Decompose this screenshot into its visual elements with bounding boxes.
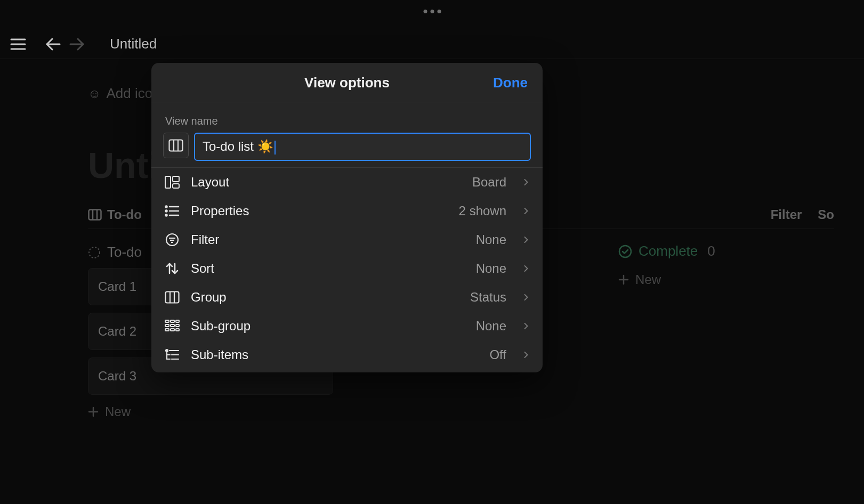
option-layout[interactable]: Layout Board (151, 168, 543, 197)
chevron-right-icon (522, 236, 530, 243)
option-value: Off (489, 347, 506, 362)
svg-point-8 (89, 247, 100, 258)
option-label: Sort (191, 261, 214, 276)
option-label: Layout (191, 175, 229, 190)
circle-dashed-icon (88, 246, 101, 259)
nav-back-button[interactable] (42, 32, 65, 56)
svg-rect-38 (165, 324, 169, 327)
chevron-right-icon (522, 265, 530, 272)
svg-rect-17 (165, 176, 171, 188)
option-value: Status (470, 290, 506, 305)
column-count: 0 (707, 243, 715, 259)
card-title: Card 3 (98, 369, 136, 383)
window-drag-handle[interactable] (423, 10, 441, 13)
svg-rect-43 (176, 329, 179, 331)
subitems-icon (164, 347, 180, 363)
plus-icon (88, 407, 99, 417)
card-title: Card 2 (98, 324, 136, 338)
svg-rect-39 (171, 324, 174, 327)
breadcrumb-title[interactable]: Untitled (110, 36, 157, 52)
filter-icon (164, 232, 180, 248)
tab-todo[interactable]: To-do (88, 207, 142, 222)
option-subitems[interactable]: Sub-items Off (151, 340, 543, 369)
svg-rect-18 (173, 176, 179, 182)
svg-rect-42 (171, 329, 174, 331)
nav-forward-button[interactable] (65, 32, 88, 56)
option-value: None (476, 232, 506, 247)
add-card-button-complete[interactable]: New (618, 272, 715, 287)
svg-point-24 (166, 214, 167, 216)
option-properties[interactable]: Properties 2 shown (151, 197, 543, 225)
smiley-icon: ☺ (88, 86, 101, 101)
list-icon (164, 203, 180, 219)
hamburger-icon (10, 38, 26, 50)
svg-point-20 (166, 206, 167, 207)
chevron-right-icon (522, 294, 530, 301)
text-caret (274, 141, 276, 155)
group-icon (164, 289, 180, 305)
column-header-complete[interactable]: Complete 0 (618, 243, 715, 259)
toolbar-sort[interactable]: So (818, 207, 834, 222)
svg-rect-36 (171, 320, 174, 322)
subgroup-icon (164, 318, 180, 334)
add-card-label: New (635, 272, 661, 287)
options-list: Layout Board Properties 2 shown Filter N… (151, 167, 543, 369)
option-group[interactable]: Group Status (151, 283, 543, 312)
option-label: Sub-items (191, 347, 248, 362)
card-title: Card 1 (98, 279, 136, 294)
toolbar-filter[interactable]: Filter (771, 207, 802, 222)
svg-point-11 (619, 246, 631, 257)
add-card-button[interactable]: New (88, 404, 864, 419)
menu-button[interactable] (6, 32, 30, 56)
option-value: None (476, 319, 506, 334)
option-label: Sub-group (191, 319, 251, 334)
sort-icon (164, 261, 180, 277)
svg-rect-35 (165, 320, 169, 322)
option-filter[interactable]: Filter None (151, 225, 543, 254)
chevron-right-icon (522, 351, 530, 359)
column-label: To-do (107, 244, 142, 261)
add-icon-label: Add ico (107, 85, 153, 102)
view-name-value: To-do list ☀️ (203, 139, 273, 153)
add-card-label: New (105, 404, 131, 419)
svg-rect-41 (165, 329, 169, 331)
modal-header: View options Done (151, 63, 543, 102)
layout-icon (164, 174, 180, 190)
option-label: Properties (191, 204, 249, 218)
option-sort[interactable]: Sort None (151, 254, 543, 283)
view-name-label: View name (165, 115, 529, 127)
option-value: 2 shown (459, 204, 506, 218)
arrow-right-icon (69, 37, 85, 51)
svg-rect-14 (169, 140, 183, 151)
svg-rect-32 (166, 291, 179, 303)
board-icon (88, 209, 102, 221)
column-complete: Complete 0 New (618, 243, 715, 287)
chevron-right-icon (522, 178, 530, 186)
view-options-modal: View options Done View name To-do list ☀… (151, 63, 543, 372)
chevron-right-icon (522, 207, 530, 215)
option-label: Group (191, 290, 227, 305)
svg-rect-40 (176, 324, 179, 327)
option-value: None (476, 261, 506, 276)
column-label: Complete (639, 243, 698, 259)
modal-title: View options (166, 75, 528, 91)
svg-rect-5 (89, 210, 101, 220)
option-subgroup[interactable]: Sub-group None (151, 312, 543, 340)
tab-label: To-do (107, 207, 142, 222)
done-button[interactable]: Done (493, 75, 528, 91)
arrow-left-icon (45, 37, 61, 51)
svg-point-22 (166, 210, 167, 212)
top-bar: Untitled (0, 29, 864, 59)
view-icon-picker[interactable] (163, 133, 189, 158)
option-label: Filter (191, 232, 219, 247)
check-circle-icon (618, 245, 632, 258)
board-icon (168, 139, 183, 152)
plus-icon (618, 274, 629, 285)
option-value: Board (472, 175, 506, 190)
chevron-right-icon (522, 322, 530, 330)
svg-rect-37 (176, 320, 179, 322)
view-name-input[interactable]: To-do list ☀️ (194, 133, 531, 161)
svg-rect-19 (173, 184, 179, 188)
